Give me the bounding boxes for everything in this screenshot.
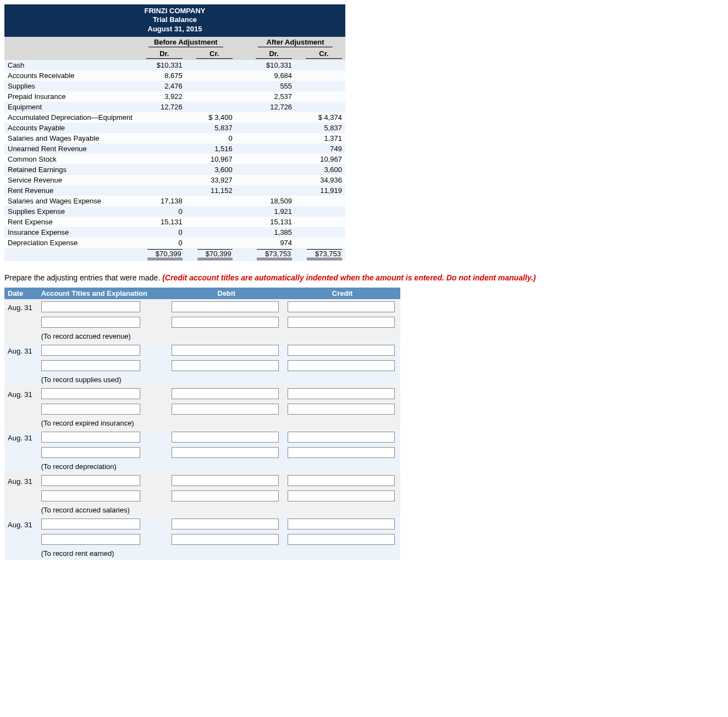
account-title-input[interactable] [41, 388, 140, 399]
after-cr-value [295, 70, 345, 81]
credit-input[interactable] [288, 317, 395, 328]
debit-input[interactable] [172, 475, 279, 486]
table-row: Equipment12,72612,726 [4, 102, 345, 112]
table-row: Prepaid Insurance3,9222,537 [4, 91, 345, 102]
total-before-dr: $70,399 [147, 249, 183, 260]
account-title-input[interactable] [41, 317, 140, 328]
account-title-input[interactable] [41, 475, 140, 486]
credit-input[interactable] [288, 534, 395, 545]
account-name: Salaries and Wages Payable [4, 133, 136, 144]
credit-input[interactable] [288, 519, 395, 530]
before-dr-value: 12,726 [136, 102, 186, 112]
debit-input[interactable] [172, 490, 279, 501]
before-dr-value: $10,331 [136, 60, 186, 70]
account-title-input[interactable] [41, 519, 140, 530]
entry-date: Aug. 31 [4, 299, 38, 315]
before-dr-value: 2,476 [136, 81, 186, 91]
credit-input[interactable] [288, 475, 395, 486]
table-row: Supplies2,476555 [4, 81, 345, 91]
entry-date: Aug. 31 [4, 473, 38, 488]
after-cr-value: 34,936 [295, 175, 345, 185]
table-row: Rent Expense15,13115,131 [4, 217, 345, 227]
credit-input[interactable] [288, 360, 395, 371]
before-dr-value [136, 164, 186, 175]
debit-input[interactable] [172, 519, 279, 530]
report-title: Trial Balance [4, 15, 345, 24]
before-dr-value: 8,675 [136, 70, 186, 81]
account-title-input[interactable] [41, 301, 140, 312]
after-cr-value: 1,371 [295, 133, 345, 144]
debit-input[interactable] [172, 404, 279, 415]
table-row: Accumulated Depreciation—Equipment$ 3,40… [4, 112, 345, 123]
credit-input[interactable] [288, 404, 395, 415]
debit-input[interactable] [172, 360, 279, 371]
debit-input[interactable] [172, 317, 279, 328]
table-row: Insurance Expense01,385 [4, 227, 345, 238]
credit-input[interactable] [288, 432, 395, 443]
after-cr-value: $ 4,374 [295, 112, 345, 123]
account-title-input[interactable] [41, 432, 140, 443]
group-header-row: Before Adjustment After Adjustment [4, 37, 345, 48]
table-row: Common Stock10,96710,967 [4, 154, 345, 164]
company-name: FRINZI COMPANY [4, 7, 345, 15]
account-name: Salaries and Wages Expense [4, 196, 136, 206]
debit-input[interactable] [172, 534, 279, 545]
after-cr-value: 3,600 [295, 164, 345, 175]
before-dr-value: 3,922 [136, 91, 186, 102]
before-cr-value [186, 60, 236, 70]
after-cr-value [295, 91, 345, 102]
after-cr-value: 10,967 [295, 154, 345, 164]
totals-row: $70,399 $70,399 $73,753 $73,753 [4, 248, 345, 261]
after-cr-value [295, 217, 345, 227]
before-cr-value: 11,152 [186, 185, 236, 196]
account-name: Accumulated Depreciation—Equipment [4, 112, 136, 123]
debit-input[interactable] [172, 388, 279, 399]
report-date: August 31, 2015 [4, 25, 345, 34]
account-title-input[interactable] [41, 490, 140, 501]
account-title-input[interactable] [41, 360, 140, 371]
table-row: Cash$10,331$10,331 [4, 60, 345, 70]
account-name: Retained Earnings [4, 164, 136, 175]
journal-explanation-row: (To record rent earned) [4, 547, 400, 560]
journal-row [4, 401, 400, 417]
debit-input[interactable] [172, 345, 279, 356]
debit-input[interactable] [172, 432, 279, 443]
trial-balance-header: FRINZI COMPANY Trial Balance August 31, … [4, 4, 345, 37]
before-cr-value [186, 227, 236, 238]
credit-input[interactable] [288, 490, 395, 501]
total-before-cr: $70,399 [197, 249, 233, 260]
credit-input[interactable] [288, 388, 395, 399]
trial-balance-section: FRINZI COMPANY Trial Balance August 31, … [4, 4, 345, 261]
account-name: Supplies [4, 81, 136, 91]
credit-input[interactable] [288, 301, 395, 312]
journal-explanation-row: (To record expired insurance) [4, 417, 400, 429]
before-cr-value [186, 238, 236, 248]
account-title-input[interactable] [41, 534, 140, 545]
entry-explanation: (To record expired insurance) [38, 417, 400, 429]
account-title-input[interactable] [41, 345, 140, 356]
total-after-dr: $73,753 [257, 249, 292, 260]
after-dr-value: 9,684 [245, 70, 295, 81]
table-row: Service Revenue33,92734,936 [4, 175, 345, 185]
after-dr-value: 2,537 [245, 91, 295, 102]
entry-date: Aug. 31 [4, 429, 38, 445]
account-name: Common Stock [4, 154, 136, 164]
before-dr-value: 0 [136, 227, 186, 238]
credit-input[interactable] [288, 345, 395, 356]
after-cr-value [295, 206, 345, 217]
debit-input[interactable] [172, 301, 279, 312]
journal-explanation-row: (To record accrued salaries) [4, 504, 400, 516]
entry-explanation: (To record supplies used) [38, 373, 400, 386]
after-dr-value [245, 175, 295, 185]
debit-input[interactable] [172, 447, 279, 458]
header-debit: Debit [168, 288, 284, 299]
credit-input[interactable] [288, 447, 395, 458]
account-name: Cash [4, 60, 136, 70]
account-title-input[interactable] [41, 404, 140, 415]
before-cr-value: 33,927 [186, 175, 236, 185]
after-dr-value [245, 144, 295, 154]
account-name: Accounts Payable [4, 123, 136, 133]
before-dr-value: 15,131 [136, 217, 186, 227]
account-title-input[interactable] [41, 447, 140, 458]
account-name: Equipment [4, 102, 136, 112]
